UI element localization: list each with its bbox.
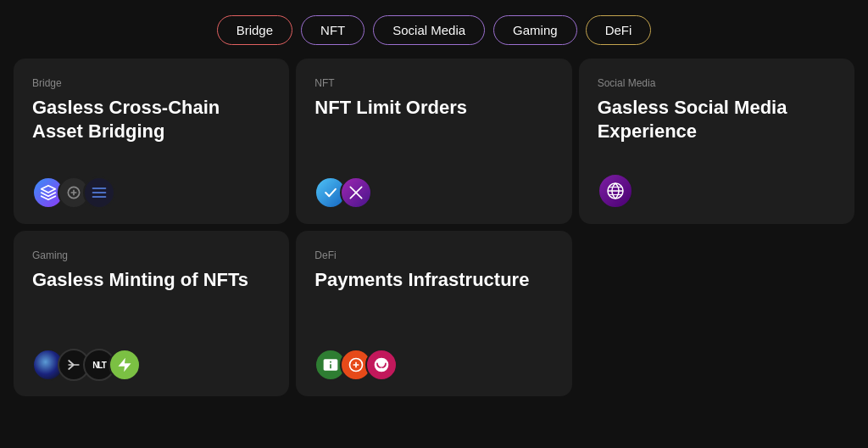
defi-icon-3 [365, 349, 398, 381]
social-card-category: Social Media [598, 77, 836, 89]
nft-icon-2 [340, 176, 372, 209]
nav-social-media[interactable]: Social Media [373, 15, 485, 45]
nft-card-category: NFT [314, 77, 553, 89]
defi-card-category: DeFi [314, 249, 553, 261]
social-card-title: Gasless Social Media Experience [598, 96, 836, 143]
cards-grid: Bridge Gasless Cross-Chain Asset Bridgin… [0, 59, 868, 410]
gaming-card-category: Gaming [32, 249, 270, 261]
defi-card-icons [314, 349, 553, 381]
bridge-card-category: Bridge [32, 77, 270, 89]
gaming-card-title: Gasless Minting of NFTs [32, 268, 270, 292]
bridge-icon-3 [83, 176, 115, 209]
defi-card-title: Payments Infrastructure [314, 268, 553, 292]
nav-bridge[interactable]: Bridge [217, 15, 292, 45]
social-media-card[interactable]: Social Media Gasless Social Media Experi… [579, 59, 854, 224]
gaming-card[interactable]: Gaming Gasless Minting of NFTs NLT [14, 231, 289, 396]
nav-gaming[interactable]: Gaming [493, 15, 577, 45]
social-icon-1 [598, 173, 633, 209]
top-navigation: Bridge NFT Social Media Gaming DeFi [0, 0, 868, 59]
bridge-card[interactable]: Bridge Gasless Cross-Chain Asset Bridgin… [14, 59, 289, 224]
nft-card-title: NFT Limit Orders [314, 96, 553, 120]
social-card-icons [598, 173, 836, 209]
gaming-icon-4 [108, 349, 141, 381]
bridge-card-icons [32, 176, 270, 209]
defi-card[interactable]: DeFi Payments Infrastructure [296, 231, 571, 396]
gaming-card-icons: NLT [32, 349, 270, 381]
nav-defi[interactable]: DeFi [586, 15, 652, 45]
nft-card[interactable]: NFT NFT Limit Orders [296, 59, 571, 224]
bridge-card-title: Gasless Cross-Chain Asset Bridging [32, 96, 270, 143]
nft-card-icons [314, 176, 553, 209]
nav-nft[interactable]: NFT [301, 15, 364, 45]
